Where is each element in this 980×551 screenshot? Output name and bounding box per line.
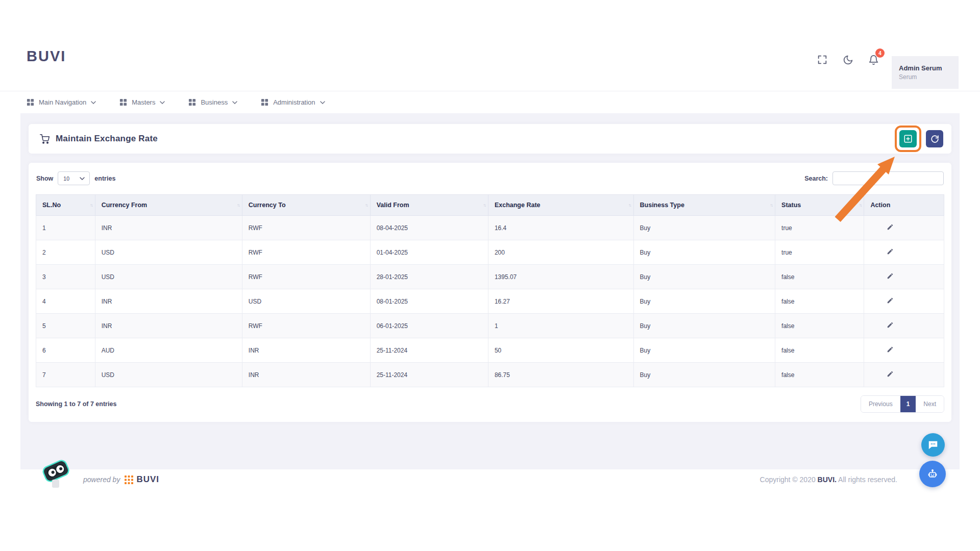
column-header-action[interactable]: Action	[864, 195, 944, 216]
edit-row-button[interactable]	[887, 321, 894, 329]
cell-to: RWF	[242, 240, 370, 265]
cell-from: INR	[95, 289, 242, 314]
page-title: Maintain Exchange Rate	[56, 134, 158, 144]
cell-type: Buy	[633, 216, 775, 240]
cell-sl: 1	[36, 216, 95, 240]
cell-valid: 25-11-2024	[370, 338, 488, 363]
pencil-icon	[887, 272, 894, 280]
cell-type: Buy	[633, 363, 775, 387]
chevron-down-icon	[160, 101, 165, 104]
grid-icon	[188, 98, 196, 106]
footer-brand-logo: BUVI	[125, 474, 159, 485]
cell-from: INR	[95, 314, 242, 338]
table-row: 6AUDINR25-11-202450Buyfalse	[36, 338, 944, 363]
cell-type: Buy	[633, 265, 775, 289]
header-icon-group: 4	[816, 53, 880, 66]
page-title-card: Maintain Exchange Rate	[29, 124, 951, 154]
search-input[interactable]	[832, 171, 944, 185]
previous-page-button[interactable]: Previous	[861, 396, 900, 412]
edit-row-button[interactable]	[887, 248, 894, 255]
cell-from: USD	[95, 363, 242, 387]
footer: powered by BUVI Copyright © 2020 BUVI. A…	[0, 469, 980, 551]
edit-row-button[interactable]	[887, 370, 894, 378]
edit-row-button[interactable]	[887, 223, 894, 231]
user-menu[interactable]: Admin Serum Serum	[892, 56, 959, 89]
cell-rate: 16.27	[488, 289, 633, 314]
cell-status: false	[775, 265, 864, 289]
cell-valid: 28-01-2025	[370, 265, 488, 289]
cell-action	[864, 216, 944, 240]
pencil-icon	[887, 346, 894, 353]
table-row: 2USDRWF01-04-2025200Buytrue	[36, 240, 944, 265]
cell-action	[864, 289, 944, 314]
cell-rate: 50	[488, 338, 633, 363]
copyright-text: Copyright © 2020 BUVI. All rights reserv…	[760, 475, 897, 484]
main-navbar: Main Navigation Masters Business Adminis…	[0, 91, 980, 113]
cell-from: USD	[95, 265, 242, 289]
table-row: 1INRRWF08-04-202516.4Buytrue	[36, 216, 944, 240]
cell-to: USD	[242, 289, 370, 314]
column-header-status[interactable]: Status↑↓	[775, 195, 864, 216]
cell-action	[864, 314, 944, 338]
cell-sl: 3	[36, 265, 95, 289]
cell-from: AUD	[95, 338, 242, 363]
buvi-grid-icon	[125, 475, 133, 484]
column-header-currency-from[interactable]: Currency From↑↓	[95, 195, 242, 216]
cell-sl: 5	[36, 314, 95, 338]
notification-count-badge: 4	[875, 48, 885, 58]
table-row: 4INRUSD08-01-202516.27Buyfalse	[36, 289, 944, 314]
app-viewport: BUVI 4 Admin Serum Serum	[0, 0, 980, 551]
cell-sl: 2	[36, 240, 95, 265]
edit-row-button[interactable]	[887, 297, 894, 304]
powered-by: powered by BUVI	[83, 474, 159, 485]
nav-item-administration[interactable]: Administration	[261, 98, 325, 106]
sort-icon: ↑↓	[859, 203, 862, 208]
nav-item-business[interactable]: Business	[188, 98, 237, 106]
cell-rate: 200	[488, 240, 633, 265]
nav-item-main-navigation[interactable]: Main Navigation	[27, 98, 96, 106]
page-size-select[interactable]: 10	[58, 171, 90, 185]
table-row: 5INRRWF06-01-20251Buyfalse	[36, 314, 944, 338]
fullscreen-icon[interactable]	[816, 53, 829, 66]
cell-valid: 08-04-2025	[370, 216, 488, 240]
chatbot-button[interactable]	[919, 461, 946, 487]
cart-icon	[40, 134, 50, 144]
cell-type: Buy	[633, 314, 775, 338]
edit-row-button[interactable]	[887, 272, 894, 280]
user-role: Serum	[899, 73, 959, 81]
notifications-bell-icon[interactable]: 4	[867, 53, 880, 66]
edit-row-button[interactable]	[887, 346, 894, 353]
refresh-icon	[930, 135, 939, 143]
column-header-slno[interactable]: SL.No↑↓	[36, 195, 95, 216]
column-header-valid-from[interactable]: Valid From↑↓	[370, 195, 488, 216]
sort-icon: ↑↓	[628, 203, 631, 208]
column-header-exchange-rate[interactable]: Exchange Rate↑↓	[488, 195, 633, 216]
chevron-down-icon	[80, 177, 85, 180]
sort-icon: ↑↓	[365, 203, 368, 208]
column-header-business-type[interactable]: Business Type↑↓	[633, 195, 775, 216]
cell-sl: 4	[36, 289, 95, 314]
table-row: 3USDRWF28-01-20251395.07Buyfalse	[36, 265, 944, 289]
cell-valid: 25-11-2024	[370, 363, 488, 387]
pagination: Previous 1 Next	[861, 395, 944, 413]
chat-widget-button[interactable]	[921, 433, 945, 457]
nav-item-masters[interactable]: Masters	[119, 98, 165, 106]
main-content: Maintain Exchange Rate	[20, 113, 960, 469]
cell-sl: 6	[36, 338, 95, 363]
brand-logo[interactable]: BUVI	[27, 48, 66, 65]
pencil-icon	[887, 248, 894, 255]
robot-mascot	[38, 456, 75, 492]
add-exchange-rate-button[interactable]	[899, 130, 917, 147]
page-1-button[interactable]: 1	[900, 396, 916, 412]
column-header-currency-to[interactable]: Currency To↑↓	[242, 195, 370, 216]
cell-valid: 08-01-2025	[370, 289, 488, 314]
table-body: 1INRRWF08-04-202516.4Buytrue2USDRWF01-04…	[36, 216, 944, 387]
refresh-button[interactable]	[926, 130, 943, 147]
dark-mode-moon-icon[interactable]	[841, 53, 854, 66]
cell-to: RWF	[242, 314, 370, 338]
cell-from: INR	[95, 216, 242, 240]
cell-status: false	[775, 289, 864, 314]
search-label: Search:	[804, 175, 828, 182]
next-page-button[interactable]: Next	[916, 396, 944, 412]
cell-valid: 06-01-2025	[370, 314, 488, 338]
